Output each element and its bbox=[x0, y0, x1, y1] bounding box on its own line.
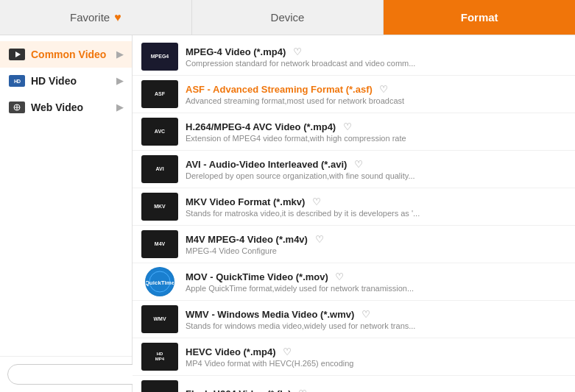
tab-device[interactable]: Device bbox=[192, 0, 384, 35]
tab-favorite-label: Favorite bbox=[70, 11, 110, 24]
format-desc: Advanced streaming format,most used for … bbox=[186, 96, 566, 105]
heart-icon[interactable]: ♡ bbox=[361, 309, 370, 320]
format-thumb-mkv: MKV bbox=[141, 193, 178, 221]
format-thumb-avi: AVI bbox=[141, 155, 178, 183]
tab-favorite[interactable]: Favorite ♥ bbox=[0, 0, 192, 35]
format-desc: MPEG-4 Video Configure bbox=[186, 246, 566, 255]
favorite-heart-icon: ♥ bbox=[114, 11, 121, 24]
sidebar-item-web-video-label: Web Video bbox=[31, 101, 83, 113]
common-video-chevron: ▶ bbox=[116, 49, 123, 60]
format-thumb-mov: QuickTime bbox=[141, 268, 178, 296]
format-title: H.264/MPEG-4 AVC Video (*.mp4) ♡ bbox=[186, 121, 566, 132]
format-desc: MP4 Video format with HEVC(H.265) encodi… bbox=[186, 359, 566, 368]
format-thumb-flv: FLV bbox=[141, 380, 178, 392]
list-item[interactable]: AVC H.264/MPEG-4 AVC Video (*.mp4) ♡ Ext… bbox=[133, 113, 575, 151]
hd-video-chevron: ▶ bbox=[116, 76, 123, 86]
format-title: AVI - Audio-Video Interleaved (*.avi) ♡ bbox=[186, 159, 566, 170]
format-thumb-mpeg4: MPEG4 bbox=[141, 43, 178, 71]
format-thumb-hevc: HDMP4 bbox=[141, 343, 178, 371]
heart-icon[interactable]: ♡ bbox=[293, 46, 302, 57]
list-item[interactable]: WMV WMV - Windows Media Video (*.wmv) ♡ … bbox=[133, 301, 575, 338]
format-info-hevc: HEVC Video (*.mp4) ♡ MP4 Video format wi… bbox=[186, 346, 566, 368]
format-info-avi: AVI - Audio-Video Interleaved (*.avi) ♡ … bbox=[186, 159, 566, 180]
heart-icon[interactable]: ♡ bbox=[343, 121, 352, 132]
format-desc: Dereloped by open source organization,wi… bbox=[186, 171, 566, 180]
tab-bar: Favorite ♥ Device Format bbox=[0, 0, 575, 35]
format-title: ASF - Advanced Streaming Format (*.asf) … bbox=[186, 84, 566, 95]
format-desc: Stands for matroska video,it is describe… bbox=[186, 209, 566, 218]
tab-format-label: Format bbox=[461, 11, 498, 24]
heart-icon[interactable]: ♡ bbox=[379, 84, 388, 95]
search-input[interactable] bbox=[7, 364, 147, 385]
format-title: WMV - Windows Media Video (*.wmv) ♡ bbox=[186, 309, 566, 320]
list-item[interactable]: QuickTime MOV - QuickTime Video (*.mov) … bbox=[133, 263, 575, 301]
format-info-wmv: WMV - Windows Media Video (*.wmv) ♡ Stan… bbox=[186, 309, 566, 330]
tab-format[interactable]: Format bbox=[384, 0, 575, 35]
sidebar-item-common-video-label: Common Video bbox=[31, 49, 106, 60]
format-title: HEVC Video (*.mp4) ♡ bbox=[186, 346, 566, 357]
app-container: Favorite ♥ Device Format Common bbox=[0, 0, 575, 392]
format-info-mkv: MKV Video Format (*.mkv) ♡ Stands for ma… bbox=[186, 196, 566, 218]
list-item[interactable]: ASF ASF - Advanced Streaming Format (*.a… bbox=[133, 76, 575, 113]
format-info-asf: ASF - Advanced Streaming Format (*.asf) … bbox=[186, 84, 566, 105]
web-video-chevron: ▶ bbox=[116, 102, 123, 113]
format-thumb-m4v: M4V bbox=[141, 230, 178, 258]
list-item[interactable]: MPEG4 MPEG-4 Video (*.mp4) ♡ Compression… bbox=[133, 38, 575, 76]
heart-icon[interactable]: ♡ bbox=[298, 388, 307, 393]
list-item[interactable]: MKV MKV Video Format (*.mkv) ♡ Stands fo… bbox=[133, 188, 575, 226]
format-list: MPEG4 MPEG-4 Video (*.mp4) ♡ Compression… bbox=[133, 35, 575, 392]
sidebar-item-common-video[interactable]: Common Video ▶ bbox=[0, 41, 132, 68]
common-video-icon bbox=[9, 49, 25, 60]
hd-video-icon: HD bbox=[9, 75, 25, 87]
heart-icon[interactable]: ♡ bbox=[354, 159, 363, 170]
sidebar-item-web-video[interactable]: Web Video ▶ bbox=[0, 94, 132, 121]
sidebar-item-hd-video-label: HD Video bbox=[31, 75, 77, 87]
list-item[interactable]: M4V M4V MPEG-4 Video (*.m4v) ♡ MPEG-4 Vi… bbox=[133, 226, 575, 263]
heart-icon[interactable]: ♡ bbox=[312, 196, 321, 207]
format-info-mov: MOV - QuickTime Video (*.mov) ♡ Apple Qu… bbox=[186, 271, 566, 293]
format-desc: Stands for windows media video,widely us… bbox=[186, 321, 566, 330]
format-thumb-asf: ASF bbox=[141, 80, 178, 108]
list-item[interactable]: HDMP4 HEVC Video (*.mp4) ♡ MP4 Video for… bbox=[133, 338, 575, 376]
format-title: MOV - QuickTime Video (*.mov) ♡ bbox=[186, 271, 566, 282]
tab-device-label: Device bbox=[271, 11, 305, 24]
heart-icon[interactable]: ♡ bbox=[315, 234, 324, 245]
main-content: Common Video ▶ HD HD Video ▶ bbox=[0, 35, 575, 392]
search-bar: 🔍 bbox=[0, 356, 132, 392]
format-desc: Extension of MPEG4 video format,with hig… bbox=[186, 134, 566, 143]
sidebar-item-hd-video[interactable]: HD HD Video ▶ bbox=[0, 68, 132, 94]
format-title: Flash H264 Video (*.flv) ♡ bbox=[186, 388, 566, 393]
format-info-flv: Flash H264 Video (*.flv) ♡ bbox=[186, 388, 566, 393]
web-video-icon bbox=[9, 101, 25, 113]
format-desc: Compression standard for network broadca… bbox=[186, 59, 566, 68]
list-item[interactable]: AVI AVI - Audio-Video Interleaved (*.avi… bbox=[133, 151, 575, 188]
format-thumb-h264: AVC bbox=[141, 118, 178, 146]
mov-quicktime-icon: QuickTime bbox=[145, 267, 174, 296]
format-title: MKV Video Format (*.mkv) ♡ bbox=[186, 196, 566, 207]
format-desc: Apple QuickTime format,widely used for n… bbox=[186, 284, 566, 293]
sidebar-items: Common Video ▶ HD HD Video ▶ bbox=[0, 41, 132, 356]
heart-icon[interactable]: ♡ bbox=[283, 346, 292, 357]
format-thumb-wmv: WMV bbox=[141, 305, 178, 333]
svg-text:QuickTime: QuickTime bbox=[146, 279, 174, 286]
format-title: M4V MPEG-4 Video (*.m4v) ♡ bbox=[186, 234, 566, 245]
sidebar: Common Video ▶ HD HD Video ▶ bbox=[0, 35, 133, 392]
format-title: MPEG-4 Video (*.mp4) ♡ bbox=[186, 46, 566, 57]
format-info-h264: H.264/MPEG-4 AVC Video (*.mp4) ♡ Extensi… bbox=[186, 121, 566, 143]
format-info-mpeg4: MPEG-4 Video (*.mp4) ♡ Compression stand… bbox=[186, 46, 566, 68]
heart-icon[interactable]: ♡ bbox=[335, 271, 344, 282]
format-info-m4v: M4V MPEG-4 Video (*.m4v) ♡ MPEG-4 Video … bbox=[186, 234, 566, 255]
list-item[interactable]: FLV Flash H264 Video (*.flv) ♡ bbox=[133, 376, 575, 392]
